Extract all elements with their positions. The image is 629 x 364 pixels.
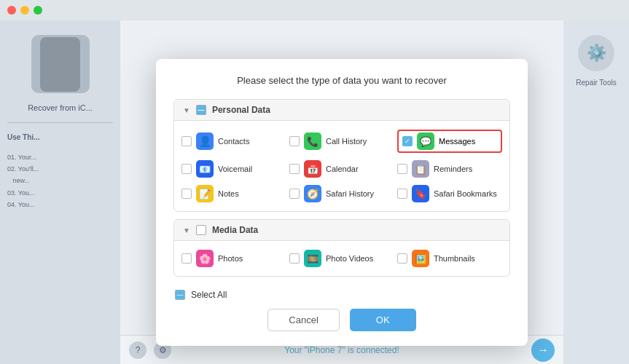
voicemail-item: 📧 Voicemail	[181, 160, 286, 178]
safari-bookmarks-checkbox[interactable]	[397, 189, 407, 199]
notes-label: Notes	[218, 189, 239, 198]
sidebar-steps: 01. Your... 02. You'll... new... 03. You…	[7, 151, 39, 210]
cancel-button[interactable]: Cancel	[267, 309, 339, 331]
maximize-dot[interactable]	[34, 6, 42, 15]
safari-bookmarks-icon: 🔖	[412, 185, 429, 202]
calendar-item: 📅 Calendar	[289, 160, 394, 178]
media-data-section: ▼ Media Data 🌸 Photos	[173, 219, 510, 277]
contacts-item: 👤 Contacts	[181, 130, 286, 153]
call-history-item: 📞 Call History	[289, 130, 394, 153]
voicemail-label: Voicemail	[218, 165, 252, 173]
media-items-grid: 🌸 Photos 🎞️ Photo Videos 🖼️	[174, 241, 509, 276]
tools-area: ⚙️ Repair Tools	[563, 20, 629, 364]
ok-button[interactable]: OK	[350, 309, 416, 331]
calendar-checkbox[interactable]	[289, 164, 300, 174]
media-section-arrow: ▼	[183, 226, 190, 234]
personal-data-header: ▼ Personal Data	[174, 100, 509, 121]
safari-history-checkbox[interactable]	[289, 189, 300, 199]
media-section-checkbox[interactable]	[196, 225, 206, 235]
calendar-label: Calendar	[326, 165, 359, 173]
photo-videos-icon: 🎞️	[304, 250, 321, 267]
reminders-checkbox[interactable]	[397, 164, 407, 174]
messages-label: Messages	[439, 137, 475, 146]
safari-bookmarks-label: Safari Bookmarks	[434, 189, 497, 198]
reminders-label: Reminders	[434, 165, 472, 173]
call-history-icon: 📞	[304, 132, 321, 150]
call-history-checkbox[interactable]	[289, 136, 300, 146]
dialog-overlay: Please select the type of data you want …	[120, 41, 563, 364]
main-content: Please select the type of data you want …	[120, 20, 563, 364]
safari-history-icon: 🧭	[304, 185, 321, 202]
reminders-item: 📋 Reminders	[397, 160, 502, 178]
device-label: Recover from iC...	[28, 103, 93, 112]
voicemail-icon: 📧	[196, 160, 214, 178]
photos-item: 🌸 Photos	[181, 250, 286, 267]
dialog-buttons: Cancel OK	[173, 309, 510, 331]
minimize-dot[interactable]	[20, 6, 29, 15]
notes-icon: 📝	[196, 185, 214, 202]
personal-section-arrow: ▼	[183, 106, 190, 114]
personal-data-section: ▼ Personal Data 👤 Contacts	[173, 99, 510, 212]
repair-tools-label: Repair Tools	[576, 79, 616, 87]
safari-bookmarks-item: 🔖 Safari Bookmarks	[397, 185, 502, 202]
messages-item: 💬 Messages	[397, 130, 502, 153]
close-dot[interactable]	[7, 6, 16, 15]
select-all-row: Select All	[173, 284, 510, 306]
calendar-icon: 📅	[304, 160, 321, 178]
personal-section-label: Personal Data	[212, 105, 270, 115]
thumbnails-item: 🖼️ Thumbnails	[397, 250, 502, 267]
contacts-checkbox[interactable]	[181, 136, 192, 146]
messages-icon: 💬	[417, 132, 434, 150]
thumbnails-checkbox[interactable]	[397, 253, 407, 264]
thumbnails-icon: 🖼️	[412, 250, 429, 267]
contacts-label: Contacts	[218, 137, 249, 146]
personal-items-grid: 👤 Contacts 📞 Call History 💬	[174, 121, 509, 211]
safari-history-item: 🧭 Safari History	[289, 185, 394, 202]
photos-icon: 🌸	[196, 250, 214, 267]
media-section-label: Media Data	[212, 225, 258, 235]
photo-videos-checkbox[interactable]	[289, 253, 300, 264]
sidebar: Recover from iC... Use Thi... 01. Your..…	[0, 20, 120, 364]
select-all-label: Select All	[191, 290, 227, 300]
safari-history-label: Safari History	[326, 189, 374, 198]
reminders-icon: 📋	[412, 160, 429, 178]
contacts-icon: 👤	[196, 132, 214, 150]
call-history-label: Call History	[326, 137, 367, 146]
recovery-dialog: Please select the type of data you want …	[156, 59, 528, 346]
notes-checkbox[interactable]	[181, 189, 192, 199]
photos-checkbox[interactable]	[181, 253, 192, 264]
thumbnails-label: Thumbnails	[434, 254, 475, 263]
photo-videos-label: Photo Videos	[326, 254, 373, 263]
title-bar	[0, 0, 629, 20]
notes-item: 📝 Notes	[181, 185, 286, 202]
media-data-header: ▼ Media Data	[174, 220, 509, 241]
voicemail-checkbox[interactable]	[181, 164, 192, 174]
dialog-title: Please select the type of data you want …	[173, 75, 510, 86]
photo-videos-item: 🎞️ Photo Videos	[289, 250, 394, 267]
repair-tools-icon: ⚙️	[578, 35, 614, 71]
app-body: Recover from iC... Use Thi... 01. Your..…	[0, 20, 629, 364]
select-all-checkbox[interactable]	[175, 290, 185, 300]
personal-section-checkbox[interactable]	[196, 105, 206, 115]
messages-checkbox[interactable]	[402, 136, 413, 146]
device-image	[31, 35, 90, 93]
photos-label: Photos	[218, 254, 243, 263]
sidebar-section-title: Use Thi...	[7, 133, 39, 141]
